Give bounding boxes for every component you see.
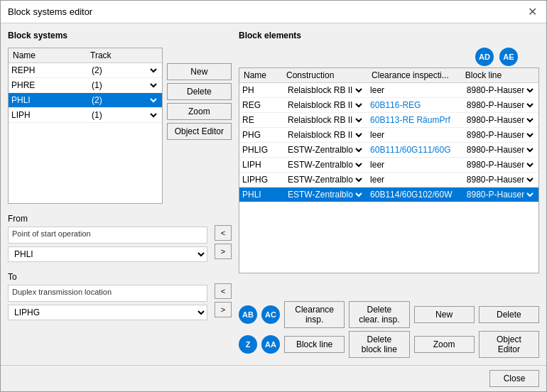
bs-table-row[interactable]: PHLI (2)	[9, 93, 162, 108]
bottom-row-1: AB AC Clearance insp. Delete clear. insp…	[239, 301, 539, 328]
bs-new-button[interactable]: New	[167, 63, 232, 80]
footer-close-button[interactable]: Close	[489, 370, 539, 387]
be-construction-select[interactable]: ESTW-Zentralblo	[285, 144, 364, 156]
block-systems-table: Name Track REPH (2) PHRE (1) PHLI (2)	[9, 48, 162, 123]
be-table-row[interactable]: LIPH ESTW-Zentralblo leer 8980-P-Hausen	[239, 158, 538, 173]
be-cell-name: RE	[239, 113, 282, 128]
be-table-row[interactable]: LIPHG ESTW-Zentralblo leer 8980-P-Hausen	[239, 173, 538, 187]
be-construction-select[interactable]: ESTW-Zentralblo	[285, 174, 364, 185]
bs-table-row[interactable]: REPH (2)	[9, 63, 162, 78]
from-label: From	[8, 214, 207, 224]
dialog-title: Block systems editor	[8, 6, 92, 17]
bs-track-select[interactable]: (1)	[89, 109, 159, 121]
be-blockline-select[interactable]: 8980-P-Hausen	[464, 99, 536, 111]
be-construction-select[interactable]: Relaisblock RB II	[285, 129, 364, 141]
bs-col-track: Track	[86, 48, 162, 63]
to-label: To	[8, 272, 207, 282]
from-to-section: From Point of start operation PHLI < >	[8, 214, 232, 262]
be-construction-select[interactable]: Relaisblock RB II	[285, 99, 364, 111]
be-cell-construction[interactable]: Relaisblock RB II	[282, 128, 367, 143]
be-blockline-select[interactable]: 8980-P-Hausen	[464, 189, 536, 200]
bottom-buttons-area: AB AC Clearance insp. Delete clear. insp…	[239, 301, 539, 358]
be-blockline-select[interactable]: 8980-P-Hausen	[464, 159, 536, 170]
bs-track-select[interactable]: (2)	[89, 65, 159, 76]
be-cell-construction[interactable]: Relaisblock RB II	[282, 98, 367, 113]
be-delete-button[interactable]: Delete	[479, 306, 539, 323]
be-cell-blockline[interactable]: 8980-P-Hausen	[461, 158, 538, 173]
from-arrow-less-button[interactable]: <	[215, 225, 232, 241]
from-select[interactable]: PHLI	[8, 246, 207, 262]
be-object-editor-button[interactable]: Object Editor	[479, 331, 539, 358]
left-panel: Block systems Name Track REPH (2)	[8, 31, 232, 358]
bs-track-select[interactable]: (2)	[89, 94, 159, 106]
be-zoom-button[interactable]: Zoom	[414, 336, 475, 353]
dialog-close-button[interactable]: ✕	[525, 5, 539, 19]
be-construction-select[interactable]: Relaisblock RB II	[285, 114, 364, 126]
be-new-button[interactable]: New	[414, 306, 475, 323]
be-blockline-select[interactable]: 8980-P-Hausen	[464, 129, 536, 141]
to-arrow-less-button[interactable]: <	[215, 283, 232, 299]
be-cell-blockline[interactable]: 8980-P-Hausen	[461, 128, 538, 143]
badge-ab: AB	[239, 305, 257, 324]
be-cell-construction[interactable]: ESTW-Zentralblo	[282, 173, 367, 187]
be-cell-construction[interactable]: ESTW-Zentralblo	[282, 158, 367, 173]
be-cell-construction[interactable]: Relaisblock RB II	[282, 113, 367, 128]
be-cell-name: PH	[239, 83, 282, 98]
bs-table-row[interactable]: LIPH (1)	[9, 108, 162, 123]
bs-cell-track[interactable]: (2)	[86, 63, 162, 78]
be-table-row[interactable]: PHLIG ESTW-Zentralblo 60B111/60G111/60G …	[239, 143, 538, 158]
be-construction-select[interactable]: Relaisblock RB II	[285, 85, 364, 96]
be-cell-clearance: 60B111/60G111/60G	[367, 143, 461, 158]
bs-cell-track[interactable]: (1)	[86, 108, 162, 123]
bs-track-select[interactable]: (1)	[89, 80, 159, 91]
bs-table-row[interactable]: PHRE (1)	[9, 78, 162, 93]
bs-cell-name: PHLI	[9, 93, 86, 108]
bs-col-name: Name	[9, 48, 86, 63]
be-blockline-select[interactable]: 8980-P-Hausen	[464, 144, 536, 156]
badge-ac: AC	[261, 305, 280, 324]
delete-clear-insp-button[interactable]: Delete clear. insp.	[349, 301, 409, 328]
be-blockline-select[interactable]: 8980-P-Hausen	[464, 114, 536, 126]
be-construction-select[interactable]: ESTW-Zentralblo	[285, 159, 364, 170]
be-col-name: Name	[239, 68, 282, 83]
be-cell-blockline[interactable]: 8980-P-Hausen	[461, 143, 538, 158]
be-table-row[interactable]: PHLI ESTW-Zentralblo 60B114/60G102/60W 8…	[239, 187, 538, 202]
be-cell-construction[interactable]: ESTW-Zentralblo	[282, 187, 367, 202]
from-arrow-greater-button[interactable]: >	[215, 244, 232, 259]
bs-zoom-button[interactable]: Zoom	[167, 103, 232, 120]
to-arrow-buttons: < >	[215, 272, 232, 320]
be-cell-construction[interactable]: ESTW-Zentralblo	[282, 143, 367, 158]
block-line-button[interactable]: Block line	[284, 336, 345, 353]
bs-delete-button[interactable]: Delete	[167, 83, 232, 100]
be-table-row[interactable]: RE Relaisblock RB II 60B113-RE RäumPrf 8…	[239, 113, 538, 128]
be-table-row[interactable]: PHG Relaisblock RB II leer 8980-P-Hausen	[239, 128, 538, 143]
be-cell-construction[interactable]: Relaisblock RB II	[282, 83, 367, 98]
to-select[interactable]: LIPHG	[8, 305, 207, 320]
be-cell-blockline[interactable]: 8980-P-Hausen	[461, 113, 538, 128]
be-cell-blockline[interactable]: 8980-P-Hausen	[461, 98, 538, 113]
be-blockline-select[interactable]: 8980-P-Hausen	[464, 174, 536, 185]
block-elements-table: Name Construction Clearance inspecti... …	[239, 68, 538, 202]
bs-object-editor-button[interactable]: Object Editor	[167, 123, 232, 140]
be-cell-blockline[interactable]: 8980-P-Hausen	[461, 173, 538, 187]
bs-cell-track[interactable]: (1)	[86, 78, 162, 93]
be-top-badges: AD AE	[239, 48, 518, 66]
to-arrow-greater-button[interactable]: >	[215, 302, 232, 317]
delete-block-line-button[interactable]: Delete block line	[349, 331, 409, 358]
be-construction-select[interactable]: ESTW-Zentralblo	[285, 189, 364, 200]
be-cell-name: REG	[239, 98, 282, 113]
be-table-row[interactable]: PH Relaisblock RB II leer 8980-P-Hausen	[239, 83, 538, 98]
be-cell-blockline[interactable]: 8980-P-Hausen	[461, 187, 538, 202]
be-cell-clearance: leer	[367, 173, 461, 187]
badge-ad: AD	[475, 48, 494, 66]
be-table-row[interactable]: REG Relaisblock RB II 60B116-REG 8980-P-…	[239, 98, 538, 113]
dialog-footer: Close	[1, 365, 546, 391]
be-cell-blockline[interactable]: 8980-P-Hausen	[461, 83, 538, 98]
be-cell-name: PHG	[239, 128, 282, 143]
badge-z: Z	[239, 335, 257, 354]
bs-cell-track[interactable]: (2)	[86, 93, 162, 108]
clearance-insp-button[interactable]: Clearance insp.	[284, 301, 345, 328]
bs-cell-name: PHRE	[9, 78, 86, 93]
block-systems-label: Block systems	[8, 31, 232, 40]
be-blockline-select[interactable]: 8980-P-Hausen	[464, 85, 536, 96]
